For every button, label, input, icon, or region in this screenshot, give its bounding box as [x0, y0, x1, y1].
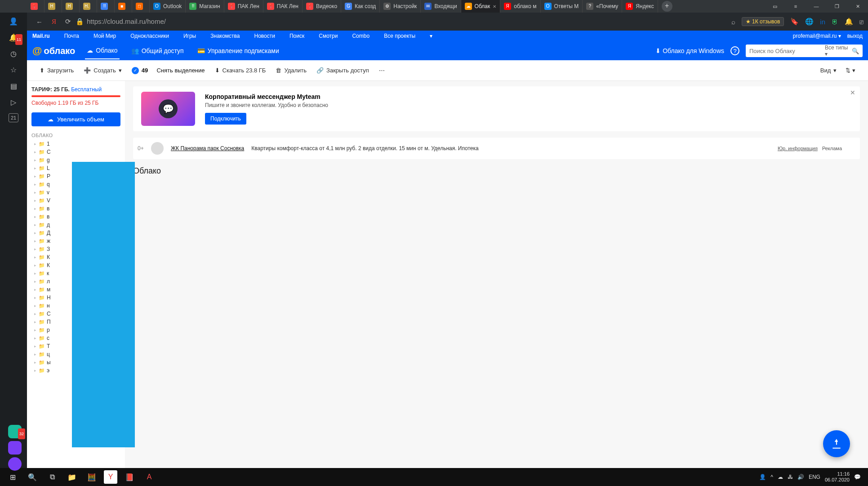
selection-count[interactable]: ✓ 49 Снять выделение: [132, 67, 205, 74]
play-icon[interactable]: ▷: [8, 97, 19, 108]
search-type-select[interactable]: Все типы ▾: [825, 45, 848, 57]
calendar-icon[interactable]: 21: [9, 113, 18, 122]
yandex-icon[interactable]: [8, 457, 19, 468]
maximize-button[interactable]: ❐: [827, 0, 847, 13]
translate-icon[interactable]: 🌐: [805, 18, 814, 26]
browser-tab[interactable]: ⠿: [97, 0, 115, 13]
browser-tab[interactable]: H.: [80, 0, 97, 13]
explorer-icon[interactable]: 📁: [62, 468, 82, 486]
view-mode-button[interactable]: Вид ▾: [820, 67, 837, 74]
search-button-icon[interactable]: 🔍: [852, 48, 859, 54]
browser-tab[interactable]: Яоблако м: [500, 0, 540, 13]
profile-icon[interactable]: 👤: [8, 16, 19, 27]
url-field[interactable]: 🔒https://cloud.mail.ru/home/: [76, 18, 731, 26]
cloud-nav-item[interactable]: 👥Общий доступ: [129, 42, 186, 59]
bookmark-icon[interactable]: 🔖: [790, 18, 799, 26]
ad-banner[interactable]: 0+ ЖК Панорама парк Сосновка Квартиры ко…: [133, 138, 860, 159]
task-view-icon[interactable]: ⧉: [42, 468, 62, 486]
mailru-nav-item[interactable]: Одноклассники: [130, 33, 169, 39]
browser-tab[interactable]: ?«Почему: [583, 0, 622, 13]
search-win-icon[interactable]: 🔍: [22, 468, 42, 486]
reload-button[interactable]: ⟳: [61, 18, 76, 26]
fab-button[interactable]: [823, 430, 850, 457]
menu-icon[interactable]: ≡: [785, 0, 806, 13]
mailru-nav-item[interactable]: Поиск: [289, 33, 304, 39]
tray-chevron-icon[interactable]: ^: [770, 474, 773, 480]
browser-tab[interactable]: H: [62, 0, 80, 13]
user-email[interactable]: profemail@mail.ru ▾: [793, 33, 841, 39]
minimize-button[interactable]: —: [806, 0, 827, 13]
upload-button[interactable]: ⬆ Загрузить: [40, 67, 74, 74]
calculator-icon[interactable]: 🧮: [82, 468, 102, 486]
search-input[interactable]: [749, 48, 825, 54]
cloud-search[interactable]: Все типы ▾ 🔍: [746, 45, 863, 57]
browser-tab[interactable]: 📍: [27, 0, 45, 13]
cloud-nav-item[interactable]: ☁Облако: [85, 42, 119, 59]
mailru-nav-item[interactable]: Игры: [183, 33, 196, 39]
market-icon[interactable]: 32: [8, 425, 19, 436]
volume-icon[interactable]: 🔊: [797, 474, 804, 480]
cloud-for-windows-link[interactable]: ⬇ Облако для Windows: [655, 47, 724, 54]
yandex-browser-icon[interactable]: Y: [104, 470, 117, 484]
linkedin-icon[interactable]: in: [820, 18, 825, 26]
collections-icon[interactable]: ▤: [8, 81, 19, 92]
folder-item[interactable]: ▸📁С: [31, 148, 120, 156]
collections-button-icon[interactable]: ⎚: [859, 18, 864, 26]
browser-tab[interactable]: ⚙Настройк: [380, 0, 421, 13]
close-window-button[interactable]: ✕: [847, 0, 868, 13]
browser-tab[interactable]: GКак созд: [341, 0, 380, 13]
start-button[interactable]: ⊞: [3, 468, 22, 486]
back-button[interactable]: ←: [31, 18, 47, 26]
delete-button[interactable]: 🗑 Удалить: [276, 67, 307, 74]
promo-connect-button[interactable]: Подключить: [205, 113, 246, 125]
help-icon[interactable]: ?: [730, 46, 739, 55]
yandex-logo-icon[interactable]: Я: [47, 18, 61, 26]
acrobat-icon[interactable]: 📕: [120, 468, 139, 486]
browser-tab[interactable]: ООтветы M: [541, 0, 583, 13]
mailru-nav-item[interactable]: Новости: [254, 33, 275, 39]
browser-tab[interactable]: □: [132, 0, 150, 13]
browser-tab[interactable]: H: [45, 0, 62, 13]
mailru-nav-item[interactable]: Знакомства: [210, 33, 240, 39]
browser-tab[interactable]: 📍ПАК Лен: [224, 0, 263, 13]
mailru-nav-item[interactable]: Почта: [64, 33, 79, 39]
create-button[interactable]: ➕ Создать ▾: [84, 67, 121, 74]
more-button[interactable]: ⋯: [379, 67, 385, 74]
download-button[interactable]: ⬇ Скачать 23.8 ГБ: [215, 67, 266, 74]
browser-tab[interactable]: OOutlook: [150, 0, 186, 13]
onedrive-icon[interactable]: ☁: [778, 474, 783, 480]
promo-close-button[interactable]: ✕: [850, 89, 855, 96]
browser-tab[interactable]: 📍ПАК Лен: [263, 0, 303, 13]
notifications-icon[interactable]: 🔔11: [8, 32, 19, 43]
mailru-nav-item[interactable]: Смотри: [319, 33, 338, 39]
mailru-nav-item[interactable]: Mail.ru: [32, 33, 50, 39]
ad-legal-link[interactable]: Юр. информация: [778, 146, 818, 151]
browser-tab[interactable]: ✉Входящи: [421, 0, 461, 13]
favorites-icon[interactable]: ☆: [8, 65, 19, 76]
taskbar-clock[interactable]: 11:1606.07.2020: [825, 471, 850, 483]
mailru-nav-item[interactable]: Combo: [352, 33, 369, 39]
mailru-nav-item[interactable]: Мой Мир: [93, 33, 116, 39]
people-icon[interactable]: 👤: [759, 474, 766, 480]
tab-overview-icon[interactable]: ▭: [765, 0, 785, 13]
new-tab-button[interactable]: +: [662, 1, 672, 12]
folder-item[interactable]: ▸📁1: [31, 140, 120, 148]
network-icon[interactable]: 🖧: [788, 474, 793, 480]
alice-icon[interactable]: [8, 441, 19, 452]
action-center-icon[interactable]: 💬: [854, 474, 861, 480]
sort-button[interactable]: ⇅ ▾: [846, 67, 855, 74]
browser-tab[interactable]: ЯЯндекс: [622, 0, 658, 13]
browser-tab[interactable]: ☁Облак✕: [461, 0, 501, 13]
increase-storage-button[interactable]: ☁ Увеличить объем: [31, 112, 120, 126]
cloud-nav-item[interactable]: 💳Управление подписками: [196, 42, 281, 59]
bell-icon[interactable]: 🔔: [845, 18, 853, 26]
language-indicator[interactable]: ENG: [809, 474, 820, 480]
mailru-nav-item[interactable]: Все проекты: [384, 33, 415, 39]
browser-tab[interactable]: 📍Видеоко: [303, 0, 341, 13]
cloud-logo[interactable]: @облако: [32, 45, 75, 57]
close-access-button[interactable]: 🔗 Закрыть доступ: [316, 67, 369, 74]
reviews-badge[interactable]: ★ 1К отзывов: [742, 17, 784, 26]
browser-tab[interactable]: ■: [115, 0, 132, 13]
autocad-icon[interactable]: A: [139, 468, 159, 486]
history-icon[interactable]: ◷: [8, 49, 19, 59]
